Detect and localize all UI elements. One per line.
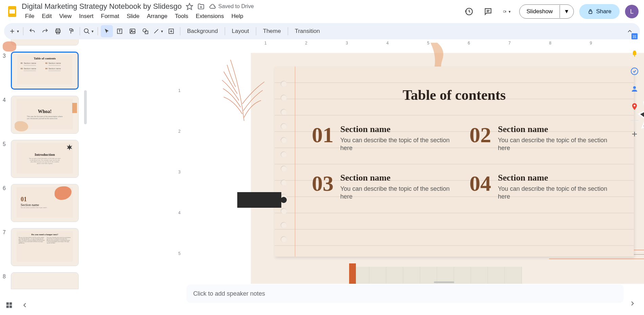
thumb-number: 7	[3, 228, 11, 236]
transition-button[interactable]: Transition	[291, 28, 324, 35]
svg-rect-26	[6, 302, 9, 305]
select-tool[interactable]	[101, 25, 113, 37]
grid-view-icon[interactable]	[5, 301, 13, 310]
slideshow-button: Slideshow ▼	[519, 4, 573, 19]
toc-item-3[interactable]: 03 Section nameYou can describe the topi…	[312, 173, 456, 201]
zoom-button[interactable]: ▼	[83, 25, 95, 37]
line-tool[interactable]: ▼	[152, 25, 164, 37]
paper-card[interactable]: Table of contents 01 Section nameYou can…	[275, 67, 634, 257]
comment-tool[interactable]	[165, 25, 177, 37]
slides-logo[interactable]	[5, 5, 19, 18]
toc-desc: You can describe the topic of the sectio…	[340, 185, 456, 201]
svg-point-19	[143, 29, 146, 32]
contacts-icon[interactable]	[630, 85, 639, 93]
svg-rect-27	[9, 302, 12, 305]
menu-view[interactable]: View	[56, 12, 75, 21]
paint-format-button[interactable]	[65, 25, 77, 37]
slide-thumb-5[interactable]: Introduction You can give a brief descri…	[11, 140, 79, 178]
shape-tool[interactable]	[139, 25, 152, 37]
meet-button[interactable]: ▼	[500, 5, 514, 18]
svg-marker-2	[186, 3, 193, 10]
svg-rect-20	[145, 31, 148, 34]
keep-icon[interactable]	[630, 50, 639, 58]
menu-tools[interactable]: Tools	[172, 12, 192, 21]
layout-button[interactable]: Layout	[228, 28, 253, 35]
plant-decoration	[220, 50, 268, 124]
maps-icon[interactable]	[630, 103, 639, 111]
slide-title[interactable]: Table of contents	[275, 87, 634, 103]
svg-rect-5	[504, 11, 505, 12]
thumb-number: 6	[3, 184, 11, 191]
toolbar: ▼ ▼ ▼ Background Layout Theme Transition	[4, 23, 640, 39]
svg-text:31: 31	[632, 35, 637, 39]
thumb-number: 8	[3, 272, 11, 280]
calendar-icon[interactable]: 31	[630, 32, 639, 40]
speaker-notes[interactable]: Click to add speaker notes	[186, 284, 624, 303]
ruler-horizontal: 1 2 3 4 5 6 7 8 9	[183, 39, 637, 48]
slideshow-main[interactable]: Slideshow	[520, 5, 560, 18]
menu-insert[interactable]: Insert	[76, 12, 97, 21]
toc-number: 02	[469, 124, 491, 146]
ruler-vertical: 1 2 3 4 5	[176, 48, 184, 303]
menu-edit[interactable]: Edit	[38, 12, 55, 21]
toc-item-2[interactable]: 02 Section nameYou can describe the topi…	[469, 124, 613, 152]
filmstrip-scrollbar[interactable]	[84, 90, 87, 124]
slide-thumb-6[interactable]: 01 Section name You can write a sentence…	[11, 184, 79, 222]
black-tape-decoration	[237, 192, 281, 208]
menu-bar: File Edit View Insert Format Slide Arran…	[22, 12, 462, 21]
toc-item-4[interactable]: 04 Section nameYou can describe the topi…	[469, 173, 613, 201]
toc-heading: Section name	[498, 124, 613, 134]
filmstrip[interactable]: 3 Table of contents 01Section name——————…	[0, 39, 88, 303]
collapse-filmstrip-icon[interactable]	[21, 301, 28, 310]
slide-thumb-3[interactable]: Table of contents 01Section name—————— 0…	[11, 52, 79, 90]
move-icon[interactable]	[197, 3, 205, 10]
toc-desc: You can describe the topic of the sectio…	[340, 136, 456, 152]
history-icon[interactable]	[462, 5, 476, 18]
document-title[interactable]: Digital Marketing Strategy Notebook by S…	[22, 2, 182, 11]
menu-help[interactable]: Help	[228, 12, 247, 21]
account-avatar[interactable]: L	[625, 5, 639, 18]
image-tool[interactable]	[126, 25, 139, 37]
svg-point-33	[633, 86, 636, 89]
theme-button[interactable]: Theme	[259, 28, 285, 35]
menu-format[interactable]: Format	[98, 12, 123, 21]
undo-button[interactable]	[26, 25, 38, 37]
slideshow-dropdown[interactable]: ▼	[560, 5, 573, 18]
toc-heading: Section name	[340, 124, 456, 134]
thumb-number: 3	[3, 52, 11, 59]
slide-thumb-2-partial[interactable]	[11, 39, 79, 45]
svg-rect-1	[9, 10, 15, 14]
add-addon-icon[interactable]	[630, 130, 639, 138]
menu-extensions[interactable]: Extensions	[193, 12, 227, 21]
show-side-panel-icon[interactable]	[626, 297, 639, 310]
comments-icon[interactable]	[481, 5, 495, 18]
menu-arrange[interactable]: Arrange	[143, 12, 170, 21]
svg-rect-29	[9, 305, 12, 308]
slide-thumb-8[interactable]	[11, 272, 79, 289]
svg-rect-28	[6, 305, 9, 308]
star-icon[interactable]	[186, 3, 193, 10]
svg-rect-6	[589, 11, 592, 14]
toc-number: 03	[312, 173, 334, 194]
toc-desc: You can describe the topic of the sectio…	[498, 185, 613, 201]
notes-resize-handle[interactable]	[434, 281, 454, 283]
background-button[interactable]: Background	[183, 28, 222, 35]
slide-canvas[interactable]: Table of contents 01 Section nameYou can…	[251, 53, 644, 284]
toc-desc: You can describe the topic of the sectio…	[498, 136, 613, 152]
cloud-status[interactable]: Saved to Drive	[209, 3, 254, 10]
tasks-icon[interactable]	[630, 67, 639, 75]
share-button[interactable]: Share	[579, 4, 620, 19]
toc-heading: Section name	[498, 173, 613, 183]
menu-file[interactable]: File	[22, 12, 38, 21]
toc-number: 01	[312, 124, 334, 146]
svg-point-34	[634, 105, 636, 107]
menu-slide[interactable]: Slide	[123, 12, 143, 21]
new-slide-button[interactable]: ▼	[8, 25, 20, 37]
textbox-tool[interactable]	[114, 25, 126, 37]
slide-thumb-7[interactable]: Do you need a longer text? Mercury is th…	[11, 228, 79, 266]
canvas-area: 1 2 3 4 5 6 7 8 9 1 2 3 4 5	[88, 39, 644, 303]
toc-item-1[interactable]: 01 Section nameYou can describe the topi…	[312, 124, 456, 152]
print-button[interactable]	[52, 25, 64, 37]
slide-thumb-4[interactable]: Whoa! This was the first part of the pre…	[11, 96, 79, 134]
redo-button[interactable]	[39, 25, 51, 37]
